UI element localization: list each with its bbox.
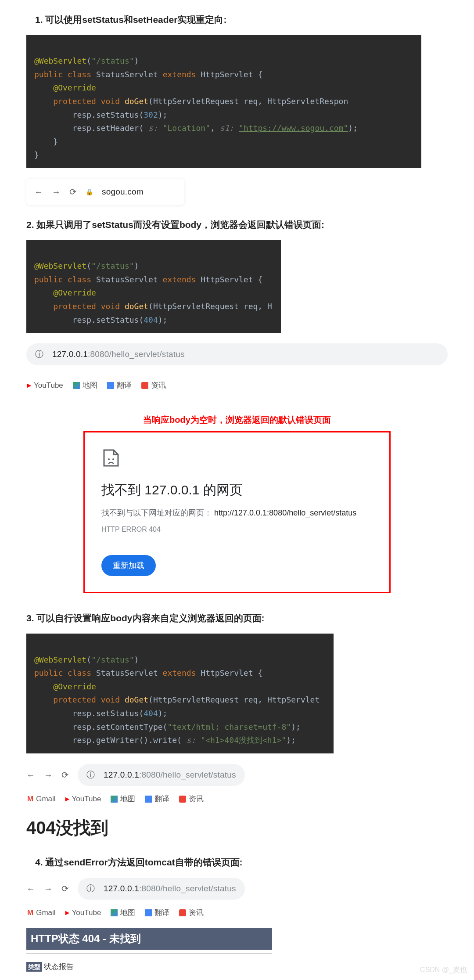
code-block-1: @WebServlet("/status") public class Stat… <box>26 35 421 168</box>
gmail-icon: M <box>27 793 33 805</box>
info-icon[interactable]: ⓘ <box>86 768 95 782</box>
back-icon[interactable]: ← <box>26 882 35 896</box>
back-icon[interactable]: ← <box>26 768 35 782</box>
bookmark-news[interactable]: 资讯 <box>141 379 166 391</box>
reload-icon[interactable]: ⟳ <box>61 882 69 896</box>
bookmark-youtube[interactable]: ▸YouTube <box>65 793 101 805</box>
watermark: CSDN @_麦也 <box>420 964 467 976</box>
forward-icon[interactable]: → <box>44 768 53 782</box>
bookmark-gmail[interactable]: MGmail <box>27 907 56 919</box>
browser-nav-4: ← → ⟳ ⓘ 127.0.0.1:8080/hello_servlet/sta… <box>26 878 448 900</box>
translate-icon <box>145 909 152 916</box>
bookmark-gmail[interactable]: MGmail <box>27 793 56 805</box>
svg-point-0 <box>108 458 110 460</box>
browser-nav-3: ← → ⟳ ⓘ 127.0.0.1:8080/hello_servlet/sta… <box>26 764 448 786</box>
youtube-icon: ▸ <box>65 793 69 805</box>
maps-icon <box>111 909 118 916</box>
divider <box>26 953 272 954</box>
reload-icon[interactable]: ⟳ <box>69 185 77 199</box>
custom-404-heading: 404没找到 <box>26 814 448 842</box>
tomcat-desc-row: 描述源服务器未能找到目标资源的表示或者是不愿公开一个已经存在的资源表示。 <box>26 976 448 980</box>
maps-icon <box>111 796 118 803</box>
svg-point-1 <box>112 458 114 460</box>
section-1-title: 1. 可以使用setStatus和setHeader实现重定向: <box>35 12 448 27</box>
bookmark-youtube[interactable]: ▸YouTube <box>65 907 101 919</box>
bookmark-bar-3: MGmail ▸YouTube 地图 翻译 资讯 <box>26 789 448 808</box>
error-code: HTTP ERROR 404 <box>101 524 373 535</box>
sad-page-icon <box>101 448 373 472</box>
bookmark-translate[interactable]: 翻译 <box>107 379 132 391</box>
code-block-3: @WebServlet("/status") public class Stat… <box>26 634 334 753</box>
error-subtitle: 找不到与以下网址对应的网页： http://127.0.0.1:8080/hel… <box>101 507 373 519</box>
bookmark-youtube[interactable]: ▸YouTube <box>27 379 63 391</box>
bookmark-translate[interactable]: 翻译 <box>145 793 169 805</box>
red-caption: 当响应body为空时，浏览器返回的默认错误页面 <box>26 413 448 427</box>
translate-icon <box>107 382 114 389</box>
tomcat-status-bar: HTTP状态 404 - 未找到 <box>26 928 272 950</box>
info-icon[interactable]: ⓘ <box>86 882 95 895</box>
address-text[interactable]: sogou.com <box>102 185 144 198</box>
news-icon <box>141 382 148 389</box>
bookmark-maps[interactable]: 地图 <box>73 379 97 391</box>
bookmark-bar-2: ▸YouTube 地图 翻译 资讯 <box>26 376 448 395</box>
reload-icon[interactable]: ⟳ <box>61 768 69 782</box>
code-block-2: @WebServlet("/status") public class Stat… <box>26 240 281 333</box>
error-title: 找不到 127.0.0.1 的网页 <box>101 479 373 501</box>
bookmark-translate[interactable]: 翻译 <box>145 907 169 919</box>
forward-icon[interactable]: → <box>52 185 61 199</box>
back-icon[interactable]: ← <box>34 185 43 199</box>
address-bar-2[interactable]: ⓘ 127.0.0.1:8080/hello_servlet/status <box>26 343 448 365</box>
bookmark-news[interactable]: 资讯 <box>179 907 204 919</box>
info-icon[interactable]: ⓘ <box>35 348 43 361</box>
news-icon <box>179 909 186 916</box>
forward-icon[interactable]: → <box>44 882 53 896</box>
error-page-box: 找不到 127.0.0.1 的网页 找不到与以下网址对应的网页： http://… <box>83 431 391 594</box>
reload-button[interactable]: 重新加载 <box>101 555 156 576</box>
youtube-icon: ▸ <box>65 907 69 919</box>
lock-icon: 🔒 <box>86 187 93 197</box>
browser-bar-1: ← → ⟳ 🔒 sogou.com <box>26 179 184 205</box>
bookmark-bar-4: MGmail ▸YouTube 地图 翻译 资讯 <box>26 903 448 922</box>
bookmark-news[interactable]: 资讯 <box>179 793 204 805</box>
news-icon <box>179 796 186 803</box>
tomcat-type-row: 类型状态报告 <box>26 957 448 976</box>
section-4-title: 4. 通过sendError方法返回tomcat自带的错误页面: <box>35 855 448 870</box>
bookmark-maps[interactable]: 地图 <box>111 907 135 919</box>
youtube-icon: ▸ <box>27 379 31 391</box>
gmail-icon: M <box>27 907 33 919</box>
section-2-title: 2. 如果只调用了setStatus而没有设置body，浏览器会返回默认错误页面… <box>26 217 448 232</box>
translate-icon <box>145 796 152 803</box>
maps-icon <box>73 382 80 389</box>
bookmark-maps[interactable]: 地图 <box>111 793 135 805</box>
address-text: 127.0.0.1:8080/hello_servlet/status <box>52 348 185 361</box>
section-3-title: 3. 可以自行设置响应body内容来自定义浏览器返回的页面: <box>26 611 448 626</box>
